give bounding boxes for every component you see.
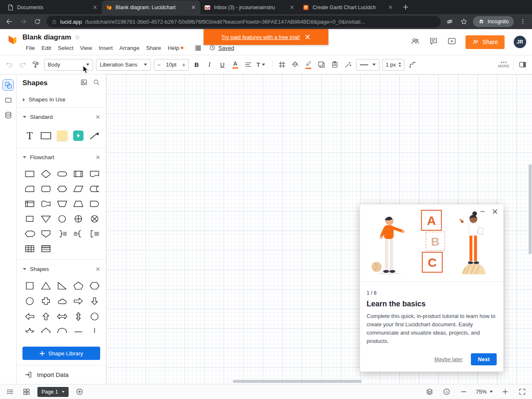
preparation-shape[interactable]	[54, 181, 70, 196]
document-shape[interactable]	[86, 166, 103, 181]
menu-edit[interactable]: Edit	[38, 44, 54, 52]
next-button[interactable]: Next	[471, 353, 497, 365]
menu-file[interactable]: File	[22, 44, 38, 52]
dash-shape[interactable]	[70, 324, 86, 333]
line-width-stepper[interactable]: 1 px	[382, 59, 404, 71]
redo-icon[interactable]	[17, 59, 28, 70]
browser-tab[interactable]: Blank diagram: Lucidchart	[102, 0, 200, 14]
text-shape[interactable]: T	[22, 126, 38, 145]
brace-note-right-shape[interactable]	[54, 226, 70, 241]
reload-icon[interactable]	[32, 17, 42, 27]
line-color-icon[interactable]	[303, 61, 313, 69]
close-icon[interactable]	[190, 4, 197, 11]
panel-toggle-icon[interactable]	[517, 59, 528, 70]
cloud-shape[interactable]	[54, 293, 70, 309]
shape-style-icon[interactable]	[316, 59, 327, 70]
standard-section-header[interactable]: Standard	[17, 108, 106, 126]
clipboard-icon[interactable]	[330, 59, 340, 70]
add-page-icon[interactable]	[75, 387, 85, 397]
fill-color-icon[interactable]	[290, 59, 300, 70]
page-tab[interactable]: Page 1	[37, 387, 69, 397]
search-icon[interactable]	[93, 79, 100, 88]
collaborators-icon[interactable]	[411, 37, 420, 47]
back-icon[interactable]	[4, 17, 14, 27]
trial-banner-link[interactable]: Try paid features with a free trial!	[222, 34, 300, 40]
bookmark-star-icon[interactable]	[459, 17, 469, 27]
block-arrow-right-shape[interactable]	[70, 293, 86, 309]
underline-button[interactable]: U	[217, 59, 227, 70]
shapes-section-header[interactable]: Shapes	[17, 260, 106, 278]
layers-icon[interactable]	[425, 387, 435, 397]
address-bar[interactable]: lucid.app/lucidchart/e0196781-3bb0-4572-…	[47, 16, 441, 27]
minimize-icon[interactable]	[480, 209, 485, 214]
stored-data-shape[interactable]	[86, 181, 103, 196]
favorite-star-icon[interactable]: ☆	[74, 34, 80, 41]
ellipse-shape[interactable]	[86, 309, 103, 324]
page-grid-icon[interactable]	[21, 387, 31, 397]
menu-insert[interactable]: Insert	[96, 44, 116, 52]
menu-view[interactable]: View	[77, 44, 96, 52]
menu-help[interactable]: Help	[164, 44, 187, 52]
zap-shape[interactable]	[70, 126, 86, 145]
sticky-note-shape[interactable]	[54, 126, 70, 145]
zoom-in-icon[interactable]	[500, 387, 510, 397]
bracket-note-shape[interactable]	[86, 226, 103, 241]
close-icon[interactable]	[96, 115, 100, 119]
browser-tab[interactable]: Inbox (3) - jrcourserainstru	[200, 0, 299, 14]
diagram-canvas[interactable]: A B C	[106, 74, 532, 384]
right-triangle-shape[interactable]	[54, 278, 70, 293]
trial-banner[interactable]: Try paid features with a free trial!	[204, 29, 328, 45]
summing-junction-shape[interactable]	[86, 211, 103, 226]
image-icon[interactable]	[80, 79, 88, 88]
close-icon[interactable]	[96, 267, 100, 271]
browser-tab[interactable]: Create Gantt Chart Lucidch	[299, 0, 397, 14]
vertical-line-shape[interactable]	[86, 324, 103, 333]
data-shape[interactable]	[70, 181, 86, 196]
block-arrow-down-shape[interactable]	[86, 293, 103, 309]
stepper-arrows[interactable]	[399, 62, 401, 67]
manual-operation-shape[interactable]	[54, 196, 70, 211]
import-data-button[interactable]: Import Data	[17, 365, 106, 384]
spellcheck-icon[interactable]: A	[442, 387, 452, 397]
close-icon[interactable]	[96, 155, 100, 159]
undo-icon[interactable]	[4, 59, 15, 70]
block-arrow-left-shape[interactable]	[22, 309, 38, 324]
video-tutorial-icon[interactable]	[447, 37, 456, 47]
delay-shape[interactable]	[86, 196, 103, 211]
connector-shape[interactable]	[54, 211, 70, 226]
more-tools-button[interactable]: MORE	[498, 61, 510, 68]
off-page-connector-shape[interactable]	[38, 226, 54, 241]
close-icon[interactable]	[288, 4, 295, 11]
table-rows-shape[interactable]	[38, 241, 54, 256]
menu-share[interactable]: Share	[143, 44, 164, 52]
magic-wand-icon[interactable]	[343, 59, 353, 70]
rectangle-shape[interactable]	[38, 126, 54, 145]
maybe-later-link[interactable]: Maybe later	[434, 356, 463, 362]
note-square-shape[interactable]	[22, 211, 38, 226]
circle-shape[interactable]	[22, 293, 38, 309]
connector-icon[interactable]	[407, 59, 418, 70]
hexagon-shape[interactable]	[86, 278, 103, 293]
zoom-level-select[interactable]: 75%	[476, 389, 493, 395]
shapes-tab-icon[interactable]	[2, 79, 14, 91]
brace-note-left-shape[interactable]	[70, 226, 86, 241]
zoom-out-icon[interactable]	[459, 387, 469, 397]
shapes-in-use-row[interactable]: Shapes In Use	[17, 92, 106, 108]
vertical-scrollbar[interactable]	[529, 164, 532, 254]
layers-panel-icon[interactable]	[2, 94, 14, 106]
arrow-shape[interactable]	[86, 126, 103, 145]
menu-select[interactable]: Select	[54, 44, 77, 52]
alternate-process-shape[interactable]	[38, 181, 54, 196]
decision-shape[interactable]	[38, 166, 54, 181]
block-arrow-up-shape[interactable]	[38, 309, 54, 324]
text-options-button[interactable]: T	[256, 61, 269, 68]
card-shape[interactable]	[22, 181, 38, 196]
document-title[interactable]: Blank diagram	[22, 33, 71, 42]
block-arrow-vertical-shape[interactable]	[70, 309, 86, 324]
bold-button[interactable]: B	[192, 59, 202, 70]
triangle-shape[interactable]	[38, 278, 54, 293]
decrease-font-button[interactable]: −	[154, 62, 163, 68]
avatar[interactable]: JR	[514, 36, 526, 48]
lucidchart-logo-icon[interactable]	[7, 34, 18, 46]
browser-menu-icon[interactable]	[518, 17, 528, 27]
